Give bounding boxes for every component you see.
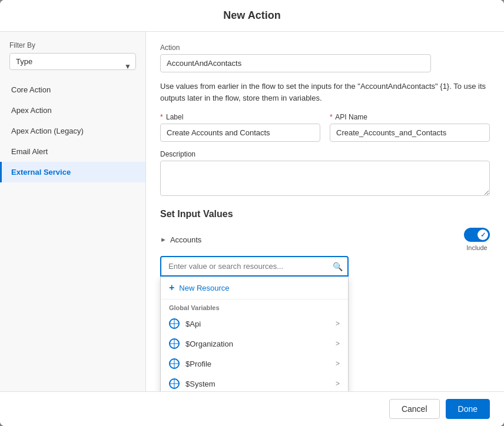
include-toggle[interactable]: ✓ [464, 228, 490, 242]
new-resource-item[interactable]: + New Resource [161, 277, 348, 299]
sidebar-item-core-action[interactable]: Core Action [0, 79, 145, 100]
sidebar-item-email-alert[interactable]: Email Alert [0, 141, 145, 162]
required-star-label: * [160, 113, 163, 121]
globe-icon-org [169, 338, 180, 349]
search-dropdown: + New Resource Global Variables $Api > [160, 277, 349, 391]
label-input[interactable] [160, 124, 320, 142]
action-input[interactable] [160, 54, 431, 72]
label-api-row: * Label * API Name [160, 113, 490, 142]
filter-by-label: Filter By [0, 41, 145, 53]
main-content: Action Use values from earlier in the fl… [146, 32, 504, 391]
plus-icon: + [169, 282, 174, 293]
global-variables-label: Global Variables [161, 299, 348, 314]
filter-select-wrapper: Type ▼ [0, 53, 145, 79]
api-name-input[interactable] [330, 124, 490, 142]
dropdown-item-organization[interactable]: $Organization > [161, 334, 348, 354]
modal-body: Filter By Type ▼ Core Action Apex Action… [0, 32, 504, 391]
dropdown-item-api[interactable]: $Api > [161, 314, 348, 334]
action-field-label: Action [160, 44, 490, 52]
new-action-modal: New Action Filter By Type ▼ Core Action … [0, 0, 504, 426]
toggle-knob: ✓ [478, 229, 488, 240]
dropdown-item-profile[interactable]: $Profile > [161, 354, 348, 374]
sidebar-item-external-service[interactable]: External Service [0, 162, 145, 182]
sidebar-item-apex-action-legacy[interactable]: Apex Action (Legacy) [0, 121, 145, 141]
chevron-right-icon: ► [160, 236, 167, 243]
modal-footer: Cancel Done [0, 391, 504, 426]
accounts-row: ► Accounts ✓ Include [160, 228, 490, 251]
description-textarea[interactable] [160, 161, 490, 196]
label-field-label: * Label [160, 113, 320, 121]
search-input[interactable] [160, 256, 349, 277]
modal-overlay: New Action Filter By Type ▼ Core Action … [0, 0, 504, 426]
cancel-button[interactable]: Cancel [389, 399, 440, 419]
dropdown-item-system[interactable]: $System > [161, 374, 348, 391]
description-field-group: Description [160, 150, 490, 198]
action-field-row: Action [160, 44, 490, 72]
include-label: Include [466, 244, 487, 251]
api-name-field-label: * API Name [330, 113, 490, 121]
globe-icon-system [169, 378, 180, 389]
set-input-values-title: Set Input Values [160, 209, 490, 219]
search-dropdown-container: 🔍 + New Resource Global Variables $Ap [160, 256, 490, 277]
sidebar-nav: Core Action Apex Action Apex Action (Leg… [0, 79, 145, 182]
globe-icon-api [169, 318, 180, 329]
flow-description-text: Use values from earlier in the flow to s… [160, 81, 490, 104]
description-field-label: Description [160, 150, 490, 158]
chevron-right-api: > [336, 320, 340, 328]
api-name-field-group: * API Name [330, 113, 490, 142]
chevron-right-profile: > [336, 360, 340, 368]
toggle-check-icon: ✓ [480, 231, 486, 239]
globe-icon-profile [169, 358, 180, 369]
required-star-api: * [330, 113, 333, 121]
sidebar-item-apex-action[interactable]: Apex Action [0, 100, 145, 121]
search-input-wrapper: 🔍 [160, 256, 349, 277]
sidebar: Filter By Type ▼ Core Action Apex Action… [0, 32, 146, 391]
label-field-group: * Label [160, 113, 320, 142]
include-wrapper: ✓ Include [464, 228, 490, 251]
chevron-right-system: > [336, 380, 340, 388]
filter-select[interactable]: Type [9, 53, 136, 70]
done-button[interactable]: Done [446, 399, 490, 419]
modal-title: New Action [14, 9, 490, 22]
accounts-label: ► Accounts [160, 235, 201, 244]
modal-header: New Action [0, 0, 504, 32]
chevron-right-org: > [336, 340, 340, 348]
